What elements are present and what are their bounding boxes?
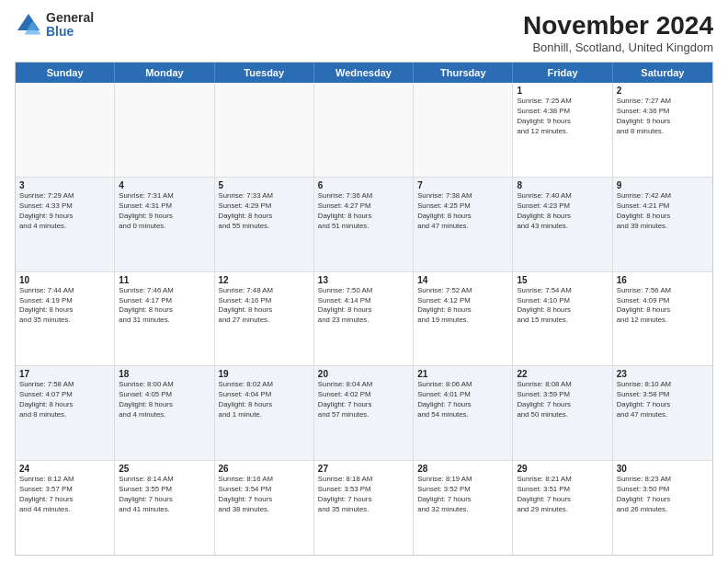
- day-detail: Sunrise: 8:14 AM Sunset: 3:55 PM Dayligh…: [119, 475, 210, 515]
- calendar-row-4: 24Sunrise: 8:12 AM Sunset: 3:57 PM Dayli…: [16, 461, 712, 555]
- day-detail: Sunrise: 7:38 AM Sunset: 4:25 PM Dayligh…: [417, 191, 508, 232]
- calendar-cell-r3-c1: 18Sunrise: 8:00 AM Sunset: 4:05 PM Dayli…: [115, 366, 214, 460]
- calendar-cell-r0-c2: [215, 83, 314, 177]
- day-detail: Sunrise: 7:25 AM Sunset: 4:38 PM Dayligh…: [517, 97, 608, 137]
- title-block: November 2024 Bonhill, Scotland, United …: [523, 11, 713, 54]
- day-detail: Sunrise: 7:50 AM Sunset: 4:14 PM Dayligh…: [318, 286, 409, 327]
- calendar-cell-r3-c5: 22Sunrise: 8:08 AM Sunset: 3:59 PM Dayli…: [513, 366, 612, 460]
- calendar-row-1: 3Sunrise: 7:29 AM Sunset: 4:33 PM Daylig…: [16, 178, 712, 272]
- day-number: 27: [318, 464, 409, 474]
- subtitle: Bonhill, Scotland, United Kingdom: [523, 40, 713, 54]
- day-detail: Sunrise: 8:04 AM Sunset: 4:02 PM Dayligh…: [318, 380, 409, 420]
- day-detail: Sunrise: 7:46 AM Sunset: 4:17 PM Dayligh…: [119, 286, 210, 327]
- calendar-cell-r0-c4: [414, 83, 513, 177]
- calendar-cell-r1-c0: 3Sunrise: 7:29 AM Sunset: 4:33 PM Daylig…: [16, 178, 115, 271]
- calendar-cell-r0-c3: [314, 83, 414, 177]
- day-number: 8: [517, 180, 608, 190]
- calendar-cell-r4-c2: 26Sunrise: 8:16 AM Sunset: 3:54 PM Dayli…: [215, 461, 314, 555]
- day-number: 20: [318, 369, 409, 379]
- header-day-thursday: Thursday: [414, 63, 513, 83]
- day-detail: Sunrise: 7:40 AM Sunset: 4:23 PM Dayligh…: [517, 191, 608, 232]
- day-detail: Sunrise: 8:16 AM Sunset: 3:54 PM Dayligh…: [219, 475, 310, 515]
- day-number: 10: [19, 275, 110, 285]
- calendar-row-0: 1Sunrise: 7:25 AM Sunset: 4:38 PM Daylig…: [16, 83, 712, 178]
- calendar: SundayMondayTuesdayWednesdayThursdayFrid…: [15, 62, 713, 556]
- logo-icon: [15, 11, 42, 39]
- day-detail: Sunrise: 7:54 AM Sunset: 4:10 PM Dayligh…: [517, 286, 608, 327]
- calendar-cell-r4-c3: 27Sunrise: 8:18 AM Sunset: 3:53 PM Dayli…: [314, 461, 414, 555]
- day-number: 4: [119, 180, 210, 190]
- day-number: 24: [19, 464, 110, 474]
- calendar-cell-r1-c2: 5Sunrise: 7:33 AM Sunset: 4:29 PM Daylig…: [215, 178, 314, 271]
- header: General Blue November 2024 Bonhill, Scot…: [15, 11, 713, 54]
- calendar-header: SundayMondayTuesdayWednesdayThursdayFrid…: [16, 63, 712, 83]
- day-number: 5: [219, 180, 310, 190]
- calendar-cell-r4-c5: 29Sunrise: 8:21 AM Sunset: 3:51 PM Dayli…: [513, 461, 612, 555]
- calendar-cell-r0-c0: [16, 83, 115, 177]
- day-detail: Sunrise: 8:00 AM Sunset: 4:05 PM Dayligh…: [119, 380, 210, 420]
- day-detail: Sunrise: 8:10 AM Sunset: 3:58 PM Dayligh…: [617, 380, 709, 420]
- day-detail: Sunrise: 7:56 AM Sunset: 4:09 PM Dayligh…: [617, 286, 709, 327]
- day-detail: Sunrise: 7:27 AM Sunset: 4:36 PM Dayligh…: [617, 97, 709, 137]
- day-detail: Sunrise: 8:08 AM Sunset: 3:59 PM Dayligh…: [517, 380, 608, 420]
- day-detail: Sunrise: 7:58 AM Sunset: 4:07 PM Dayligh…: [19, 380, 110, 420]
- header-day-monday: Monday: [115, 63, 214, 83]
- page: General Blue November 2024 Bonhill, Scot…: [0, 0, 728, 563]
- calendar-cell-r1-c6: 9Sunrise: 7:42 AM Sunset: 4:21 PM Daylig…: [613, 178, 712, 271]
- header-day-saturday: Saturday: [613, 63, 712, 83]
- calendar-cell-r2-c1: 11Sunrise: 7:46 AM Sunset: 4:17 PM Dayli…: [115, 272, 214, 366]
- day-detail: Sunrise: 8:02 AM Sunset: 4:04 PM Dayligh…: [219, 380, 310, 420]
- calendar-cell-r1-c5: 8Sunrise: 7:40 AM Sunset: 4:23 PM Daylig…: [513, 178, 612, 271]
- day-detail: Sunrise: 7:33 AM Sunset: 4:29 PM Dayligh…: [219, 191, 310, 232]
- calendar-cell-r3-c2: 19Sunrise: 8:02 AM Sunset: 4:04 PM Dayli…: [215, 366, 314, 460]
- header-day-wednesday: Wednesday: [314, 63, 414, 83]
- day-number: 18: [119, 369, 210, 379]
- day-number: 21: [417, 369, 508, 379]
- day-number: 30: [617, 464, 709, 474]
- day-detail: Sunrise: 8:12 AM Sunset: 3:57 PM Dayligh…: [19, 475, 110, 515]
- calendar-cell-r0-c6: 2Sunrise: 7:27 AM Sunset: 4:36 PM Daylig…: [613, 83, 712, 177]
- calendar-cell-r4-c4: 28Sunrise: 8:19 AM Sunset: 3:52 PM Dayli…: [414, 461, 513, 555]
- day-number: 29: [517, 464, 608, 474]
- calendar-cell-r3-c3: 20Sunrise: 8:04 AM Sunset: 4:02 PM Dayli…: [314, 366, 414, 460]
- header-day-friday: Friday: [513, 63, 612, 83]
- day-detail: Sunrise: 7:31 AM Sunset: 4:31 PM Dayligh…: [119, 191, 210, 232]
- day-detail: Sunrise: 7:44 AM Sunset: 4:19 PM Dayligh…: [19, 286, 110, 327]
- day-number: 23: [617, 369, 709, 379]
- calendar-cell-r2-c4: 14Sunrise: 7:52 AM Sunset: 4:12 PM Dayli…: [414, 272, 513, 366]
- calendar-cell-r4-c6: 30Sunrise: 8:23 AM Sunset: 3:50 PM Dayli…: [613, 461, 712, 555]
- logo-text: General Blue: [46, 11, 94, 40]
- calendar-cell-r4-c0: 24Sunrise: 8:12 AM Sunset: 3:57 PM Dayli…: [16, 461, 115, 555]
- day-number: 1: [517, 86, 608, 96]
- calendar-cell-r2-c2: 12Sunrise: 7:48 AM Sunset: 4:16 PM Dayli…: [215, 272, 314, 366]
- day-number: 22: [517, 369, 608, 379]
- day-detail: Sunrise: 8:23 AM Sunset: 3:50 PM Dayligh…: [617, 475, 709, 515]
- day-number: 19: [219, 369, 310, 379]
- day-detail: Sunrise: 7:29 AM Sunset: 4:33 PM Dayligh…: [19, 191, 110, 232]
- day-number: 16: [617, 275, 709, 285]
- calendar-cell-r3-c0: 17Sunrise: 7:58 AM Sunset: 4:07 PM Dayli…: [16, 366, 115, 460]
- calendar-cell-r0-c5: 1Sunrise: 7:25 AM Sunset: 4:38 PM Daylig…: [513, 83, 612, 177]
- day-detail: Sunrise: 7:42 AM Sunset: 4:21 PM Dayligh…: [617, 191, 709, 232]
- calendar-cell-r4-c1: 25Sunrise: 8:14 AM Sunset: 3:55 PM Dayli…: [115, 461, 214, 555]
- calendar-cell-r2-c5: 15Sunrise: 7:54 AM Sunset: 4:10 PM Dayli…: [513, 272, 612, 366]
- day-detail: Sunrise: 8:19 AM Sunset: 3:52 PM Dayligh…: [417, 475, 508, 515]
- day-number: 14: [417, 275, 508, 285]
- day-number: 25: [119, 464, 210, 474]
- calendar-row-2: 10Sunrise: 7:44 AM Sunset: 4:19 PM Dayli…: [16, 272, 712, 367]
- calendar-cell-r0-c1: [115, 83, 214, 177]
- day-number: 7: [417, 180, 508, 190]
- logo-general: General: [46, 11, 94, 25]
- logo-blue: Blue: [46, 25, 94, 39]
- calendar-cell-r1-c1: 4Sunrise: 7:31 AM Sunset: 4:31 PM Daylig…: [115, 178, 214, 271]
- calendar-row-3: 17Sunrise: 7:58 AM Sunset: 4:07 PM Dayli…: [16, 366, 712, 461]
- month-title: November 2024: [523, 11, 713, 40]
- calendar-body: 1Sunrise: 7:25 AM Sunset: 4:38 PM Daylig…: [16, 83, 712, 555]
- header-day-tuesday: Tuesday: [215, 63, 314, 83]
- day-detail: Sunrise: 8:18 AM Sunset: 3:53 PM Dayligh…: [318, 475, 409, 515]
- header-day-sunday: Sunday: [16, 63, 115, 83]
- calendar-cell-r3-c4: 21Sunrise: 8:06 AM Sunset: 4:01 PM Dayli…: [414, 366, 513, 460]
- day-detail: Sunrise: 7:36 AM Sunset: 4:27 PM Dayligh…: [318, 191, 409, 232]
- day-number: 2: [617, 86, 709, 96]
- day-number: 17: [19, 369, 110, 379]
